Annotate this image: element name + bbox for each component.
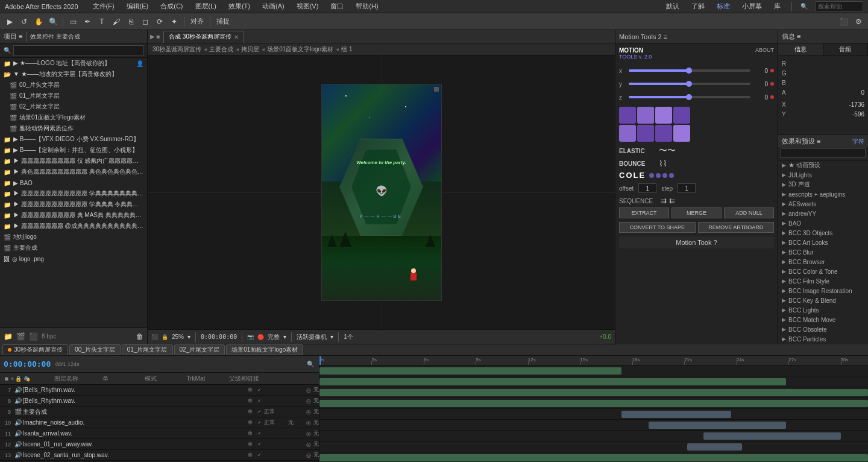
- effect-list-item[interactable]: ▶BCC Color & Tone: [778, 267, 868, 276]
- header-library[interactable]: 库: [772, 2, 783, 11]
- hand-tool[interactable]: ✋: [33, 16, 45, 28]
- grid-btn-3[interactable]: [655, 107, 672, 124]
- breadcrumb-scene[interactable]: 场景01面板文字logo素材: [267, 45, 333, 54]
- z-keyframe-dot[interactable]: [770, 95, 774, 99]
- list-item[interactable]: 🖼 ◎ logo .png: [0, 253, 147, 264]
- comp-tab-main[interactable]: 合成 30秒圣诞两屏宣传 ✕: [163, 31, 244, 43]
- list-item[interactable]: 📁 ▶ 典色愿愿愿愿愿愿愿愿愿 典色典色典色典色典色典色典色: [0, 166, 147, 177]
- project-search-input[interactable]: [13, 45, 143, 56]
- effect-list-item[interactable]: ▶BAO: [778, 218, 868, 228]
- menu-comp[interactable]: 合成(C): [158, 2, 185, 11]
- menu-edit[interactable]: 编辑(E): [124, 2, 151, 11]
- search-help-input[interactable]: [815, 1, 863, 12]
- z-thumb[interactable]: [686, 94, 692, 100]
- color-mode[interactable]: 🔴: [257, 334, 264, 340]
- clone-dot-2[interactable]: [656, 173, 661, 178]
- x-slider[interactable]: [629, 69, 750, 72]
- menu-animation[interactable]: 动画(A): [260, 2, 287, 11]
- info-tab-audio[interactable]: 音频: [823, 43, 869, 55]
- effect-list-item[interactable]: ▶BCC Lights: [778, 305, 868, 315]
- effect-list-item[interactable]: ▶BCC Art Looks: [778, 238, 868, 247]
- close-icon[interactable]: ✕: [234, 34, 239, 40]
- grid-btn-2[interactable]: [637, 107, 654, 124]
- menu-help[interactable]: 帮助(H): [353, 2, 380, 11]
- z-slider[interactable]: [629, 96, 750, 98]
- quality-dropdown[interactable]: 完整: [268, 333, 280, 341]
- new-folder-icon[interactable]: 📁: [4, 332, 13, 341]
- delete-icon[interactable]: 🗑: [136, 332, 143, 341]
- menu-layer[interactable]: 图层(L): [193, 2, 219, 11]
- grid-btn-6[interactable]: [637, 125, 654, 142]
- viewer-lock[interactable]: 🔒: [162, 334, 168, 340]
- sequence-icon1[interactable]: ⇉: [661, 197, 667, 205]
- menu-view[interactable]: 视图(V): [294, 2, 321, 11]
- list-item[interactable]: 📁 ▶ BAO: [0, 177, 147, 188]
- header-standard[interactable]: 标准: [714, 2, 732, 11]
- clone-dot-1[interactable]: [649, 173, 654, 178]
- step-input[interactable]: [678, 183, 696, 193]
- track-bar[interactable]: [319, 389, 868, 396]
- list-item[interactable]: 🎬 场景01面板文字logo素材: [0, 112, 147, 123]
- list-item[interactable]: 📁 ▶ B——【VFX DIEGO 小费 VX:Summer-RD】: [0, 134, 147, 145]
- about-button[interactable]: ABOUT: [755, 47, 774, 60]
- menu-window[interactable]: 窗口: [328, 2, 346, 11]
- eraser-tool[interactable]: ◻: [139, 16, 151, 28]
- list-item[interactable]: 🎬 01_片尾文字层: [0, 90, 147, 101]
- clone-tool[interactable]: ⎘: [125, 16, 137, 28]
- list-item[interactable]: 📂 ▼ ★——地改的文字层【高贵修改的】: [0, 69, 147, 80]
- solo-btn[interactable]: 单: [247, 441, 254, 448]
- list-item[interactable]: 📁 ▶ 愿愿愿愿愿愿愿愿愿 仅 感佩内广愿愿愿愿愿愿愿愿愿愿愿愿愿愿: [0, 156, 147, 166]
- zoom-tool[interactable]: 🔍: [47, 16, 59, 28]
- grid-btn-8[interactable]: [673, 125, 690, 142]
- table-row[interactable]: 12 🔊 lscene_01_run_away.wav. 单 ✓ ◎ 无: [0, 439, 319, 450]
- effect-list-item[interactable]: ▶aescripts + aeplugins: [778, 189, 868, 199]
- track-bar[interactable]: [319, 367, 621, 375]
- list-item[interactable]: 🎬 地址logo: [0, 232, 147, 242]
- breadcrumb-group[interactable]: 组 1: [341, 45, 352, 54]
- table-row[interactable]: 11 🔊 lsanta_arrival.wav. 单 ✓ ◎ 无: [0, 428, 319, 439]
- solo-btn[interactable]: 单: [247, 408, 254, 416]
- x-keyframe-dot[interactable]: [770, 69, 774, 72]
- list-item[interactable]: 📁 ▶ 愿愿愿愿愿愿愿愿愿愿愿 学典典典典典典典典典典典典: [0, 188, 147, 199]
- list-item[interactable]: 🎬 02_片尾文字层: [0, 101, 147, 112]
- header-default[interactable]: 默认: [664, 2, 682, 11]
- effect-control-label[interactable]: 效果控件 主要合成: [30, 33, 80, 41]
- timeline-tab-4[interactable]: 场景01面板文字logo素材: [226, 344, 303, 355]
- remove-artboard-button[interactable]: REMOVE ARTBOARD: [698, 222, 775, 233]
- effect-list-item[interactable]: ▶BCC Browser: [778, 257, 868, 267]
- track-bar[interactable]: [319, 378, 786, 385]
- quality-arrow[interactable]: ▾: [283, 334, 286, 340]
- table-row[interactable]: 10 🔊 lmachine_noise_audio. 单 ✓ 正常 无 ◎ 无: [0, 417, 319, 428]
- effect-list-item[interactable]: ▶andrewYY: [778, 209, 868, 218]
- add-null-button[interactable]: ADD NULL: [724, 207, 774, 218]
- brush-tool[interactable]: 🖌: [110, 16, 122, 28]
- camera-arrow[interactable]: ▾: [330, 334, 333, 340]
- effect-list-item[interactable]: ▶BCC Key & Blend: [778, 296, 868, 305]
- effect-list-item[interactable]: ▶BCC Film Style: [778, 276, 868, 286]
- search-timeline-icon[interactable]: 🔍: [306, 359, 315, 369]
- x-thumb[interactable]: [686, 68, 692, 74]
- effects-search-input[interactable]: [781, 148, 866, 158]
- breadcrumb-main[interactable]: 主要合成: [209, 45, 233, 54]
- offset-input[interactable]: [638, 183, 656, 193]
- list-item[interactable]: 📁 ▶ ★——LOGO 地址【高贵破你的】 👤: [0, 58, 147, 69]
- effect-list-item[interactable]: ▶BCC Obsolete: [778, 324, 868, 334]
- settings-btn[interactable]: ⚙: [852, 16, 864, 28]
- zoom-level[interactable]: 25%: [172, 334, 184, 340]
- snapshot-icon[interactable]: 📷: [247, 334, 254, 340]
- grid-btn-5[interactable]: [619, 125, 636, 142]
- effect-list-item[interactable]: ▶3D 声道: [778, 180, 868, 189]
- pen-tool[interactable]: ✒: [81, 16, 93, 28]
- track-bar[interactable]: [319, 400, 868, 407]
- header-learn[interactable]: 了解: [689, 2, 707, 11]
- motion-took-label[interactable]: Motion Took ?: [619, 236, 774, 248]
- convert-shape-button[interactable]: CONVERT TO SHAPE: [619, 222, 696, 233]
- timeline-tab-3[interactable]: 02_片尾文字层: [174, 344, 225, 355]
- list-item[interactable]: 📁 ▶ 愿愿愿愿愿愿愿愿愿 典 MAS典 典典典典典典典典典典典: [0, 210, 147, 221]
- effect-list-item[interactable]: ▶BCC 3D Objects: [778, 228, 868, 238]
- table-row[interactable]: 8 🔊 [Bells_Rhythm.wav. 单 ✓ ◎ 无: [0, 396, 319, 407]
- table-row[interactable]: 13 🔊 lscene_02_santa_run_stop.wav. 单 ✓ ◎…: [0, 450, 319, 461]
- type-tool[interactable]: T: [96, 16, 108, 28]
- list-item[interactable]: 🎬 雅轻动势网素质位作: [0, 123, 147, 134]
- effect-list-item[interactable]: ▶BCC Particles: [778, 334, 868, 341]
